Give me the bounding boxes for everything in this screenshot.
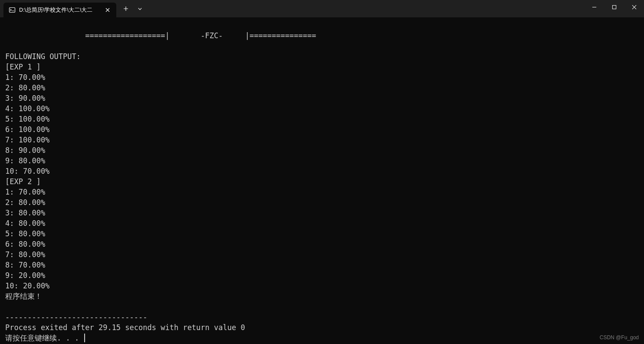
exp2-line: 6: 80.00%	[5, 240, 45, 248]
exp1-line: 5: 100.00%	[5, 115, 49, 123]
exp1-line: 10: 70.00%	[5, 167, 49, 175]
new-tab-button[interactable]	[119, 2, 133, 16]
titlebar: D:\总简历\学校文件\大二\大二	[0, 0, 644, 17]
window-controls	[584, 0, 644, 17]
exp2-line: 9: 20.00%	[5, 271, 45, 280]
svg-rect-0	[10, 8, 15, 13]
tab-close-button[interactable]	[104, 7, 111, 13]
exp1-line: 1: 70.00%	[5, 73, 45, 82]
exp1-line: 4: 100.00%	[5, 104, 49, 113]
following-output-label: FOLLOWING OUTPUT:	[5, 52, 81, 61]
press-key-prompt: 请按任意键继续. . .	[5, 334, 83, 342]
exp1-line: 3: 90.00%	[5, 94, 45, 103]
terminal-output[interactable]: ==================| -FZC- |=============…	[0, 17, 644, 344]
active-tab[interactable]: D:\总简历\学校文件\大二\大二	[3, 3, 116, 17]
banner-line: ==================| -FZC- |=============…	[5, 31, 316, 40]
exp1-line: 9: 80.00%	[5, 156, 45, 165]
process-exit-line: Process exited after 29.15 seconds with …	[5, 323, 245, 332]
text-cursor	[84, 334, 85, 342]
svg-rect-1	[612, 5, 616, 9]
exp2-line: 1: 70.00%	[5, 188, 45, 196]
separator-line: --------------------------------	[5, 313, 148, 321]
close-button[interactable]	[624, 0, 644, 14]
tab-title: D:\总简历\学校文件\大二\大二	[19, 7, 101, 14]
exp2-line: 10: 20.00%	[5, 281, 49, 290]
program-end-line: 程序结束！	[5, 292, 42, 301]
tab-dropdown-button[interactable]	[133, 2, 147, 16]
exp1-line: 7: 100.00%	[5, 136, 49, 144]
maximize-button[interactable]	[604, 0, 624, 14]
exp1-line: 2: 80.00%	[5, 83, 45, 92]
exp1-line: 6: 100.00%	[5, 125, 49, 134]
exp1-header: [EXP 1 ]	[5, 63, 41, 71]
exp1-line: 8: 90.00%	[5, 146, 45, 155]
exp2-line: 7: 80.00%	[5, 250, 45, 259]
exp2-line: 8: 70.00%	[5, 261, 45, 269]
exp2-line: 5: 80.00%	[5, 229, 45, 238]
console-icon	[9, 7, 16, 13]
exp2-line: 3: 80.00%	[5, 208, 45, 217]
watermark: CSDN @Fu_god	[600, 334, 639, 341]
minimize-button[interactable]	[584, 0, 604, 14]
exp2-line: 4: 80.00%	[5, 219, 45, 228]
exp2-header: [EXP 2 ]	[5, 177, 41, 186]
exp2-line: 2: 80.00%	[5, 198, 45, 207]
